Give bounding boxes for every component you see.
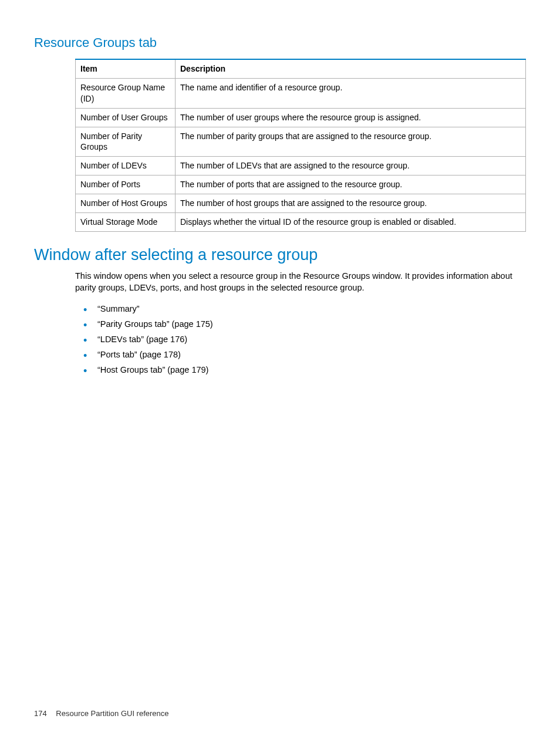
table-row: Number of Host Groups The number of host… (76, 194, 526, 213)
table-row: Number of LDEVs The number of LDEVs that… (76, 157, 526, 175)
list-item[interactable]: “Host Groups tab” (page 179) (75, 362, 526, 377)
table-row: Number of User Groups The number of user… (76, 108, 526, 127)
section-heading-window-after-selecting: Window after selecting a resource group (34, 246, 526, 264)
table-row: Number of Parity Groups The number of pa… (76, 127, 526, 157)
table-cell-description: The number of parity groups that are ass… (176, 127, 526, 157)
table-cell-description: The number of LDEVs that are assigned to… (176, 157, 526, 175)
table-row: Number of Ports The number of ports that… (76, 175, 526, 194)
footer-title: Resource Partition GUI reference (56, 709, 168, 718)
table-cell-description: Displays whether the virtual ID of the r… (176, 213, 526, 232)
table-header-description: Description (176, 59, 526, 78)
section-heading-resource-groups-tab: Resource Groups tab (34, 35, 526, 50)
list-item[interactable]: “Summary” (75, 301, 526, 316)
table-row: Resource Group Name (ID) The name and id… (76, 78, 526, 108)
table-cell-item: Virtual Storage Mode (76, 213, 176, 232)
table-cell-description: The name and identifier of a resource gr… (176, 78, 526, 108)
page-number: 174 (34, 709, 47, 718)
table-cell-description: The number of user groups where the reso… (176, 108, 526, 127)
list-item[interactable]: “Parity Groups tab” (page 175) (75, 316, 526, 332)
page-footer: 174 Resource Partition GUI reference (34, 709, 169, 718)
table-cell-item: Number of Parity Groups (76, 127, 176, 157)
table-cell-item: Number of User Groups (76, 108, 176, 127)
resource-groups-table: Item Description Resource Group Name (ID… (75, 59, 526, 232)
table-header-item: Item (76, 59, 176, 78)
table-cell-item: Number of Ports (76, 175, 176, 194)
links-list: “Summary” “Parity Groups tab” (page 175)… (75, 301, 526, 377)
intro-paragraph: This window opens when you select a reso… (75, 270, 526, 294)
table-row: Virtual Storage Mode Displays whether th… (76, 213, 526, 232)
list-item[interactable]: “Ports tab” (page 178) (75, 347, 526, 362)
table-cell-description: The number of ports that are assigned to… (176, 175, 526, 194)
table-cell-item: Number of Host Groups (76, 194, 176, 213)
table-cell-item: Resource Group Name (ID) (76, 78, 176, 108)
list-item[interactable]: “LDEVs tab” (page 176) (75, 332, 526, 347)
table-cell-description: The number of host groups that are assig… (176, 194, 526, 213)
table-cell-item: Number of LDEVs (76, 157, 176, 175)
